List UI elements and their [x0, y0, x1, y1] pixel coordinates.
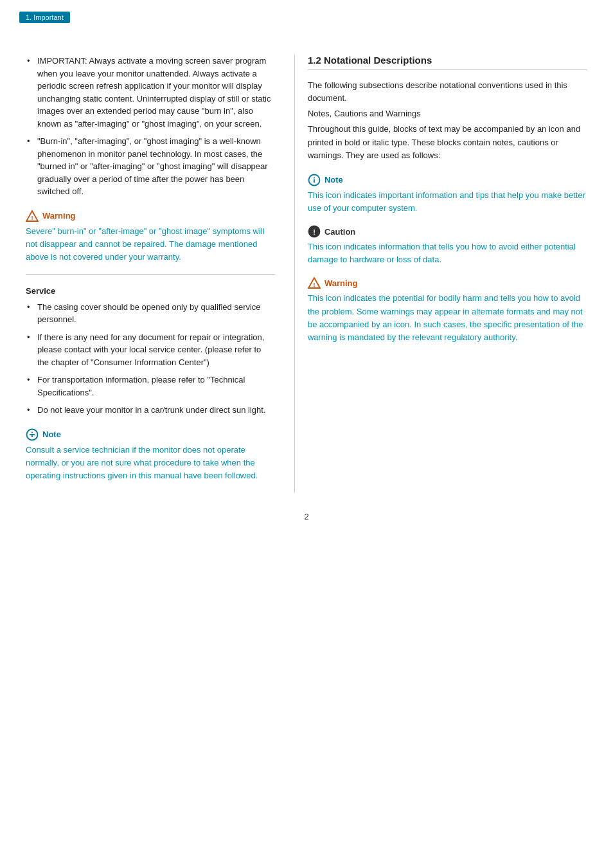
warning-text-right: This icon indicates the potential for bo… — [308, 292, 587, 344]
note-text-1: Consult a service technician if the moni… — [26, 444, 275, 482]
list-item: For transportation information, please r… — [26, 374, 275, 399]
note-icon-1 — [26, 428, 39, 441]
warning-icon-1: ! — [26, 210, 39, 222]
warning-icon-right: ! — [308, 276, 321, 289]
note-header-1: Note — [26, 428, 275, 441]
note-block-right: Note This icon indicates important infor… — [308, 174, 587, 215]
warning-text-1: Severe" burn-in" or "after-image" or "gh… — [26, 225, 275, 264]
page-number: 2 — [0, 512, 613, 521]
service-bullets: The casing cover should be opened only b… — [26, 301, 275, 417]
list-item: The casing cover should be opened only b… — [26, 301, 275, 326]
caution-icon-right: ! — [308, 225, 321, 238]
warning-header-1: ! Warning — [26, 210, 275, 222]
svg-text:!: ! — [313, 228, 315, 236]
service-heading: Service — [26, 286, 275, 296]
list-item: If there is any need for any document fo… — [26, 331, 275, 369]
caution-text-right: This icon indicates information that tel… — [308, 240, 587, 266]
warning-block-1: ! Warning Severe" burn-in" or "after-ima… — [26, 210, 275, 264]
top-bullets: IMPORTANT: Always activate a moving scre… — [26, 55, 275, 198]
note-header-right: Note — [308, 174, 587, 186]
list-item: Do not leave your monitor in a car/trunk… — [26, 404, 275, 417]
note-block-1: Note Consult a service technician if the… — [26, 428, 275, 482]
svg-point-8 — [314, 177, 315, 178]
caution-block-right: ! Caution This icon indicates informatio… — [308, 225, 587, 266]
right-column: 1.2 Notational Descriptions The followin… — [294, 55, 613, 493]
note-text-right: This icon indicates important informatio… — [308, 189, 587, 215]
list-item: IMPORTANT: Always activate a moving scre… — [26, 55, 275, 130]
left-column: IMPORTANT: Always activate a moving scre… — [0, 55, 294, 493]
caution-header-right: ! Caution — [308, 225, 587, 238]
page: 1. Important IMPORTANT: Always activate … — [0, 0, 613, 868]
svg-text:!: ! — [313, 282, 315, 288]
svg-point-5 — [31, 431, 33, 433]
breadcrumb: 1. Important — [19, 12, 70, 23]
note-icon-right — [308, 174, 321, 186]
list-item: "Burn-in", "after-imaging", or "ghost im… — [26, 135, 275, 198]
right-intro: The following subsections describe notat… — [308, 79, 587, 162]
divider — [26, 274, 275, 275]
warning-block-right: ! Warning This icon indicates the potent… — [308, 276, 587, 344]
warning-header-right: ! Warning — [308, 276, 587, 289]
right-heading: 1.2 Notational Descriptions — [308, 55, 587, 70]
svg-text:!: ! — [31, 214, 33, 221]
